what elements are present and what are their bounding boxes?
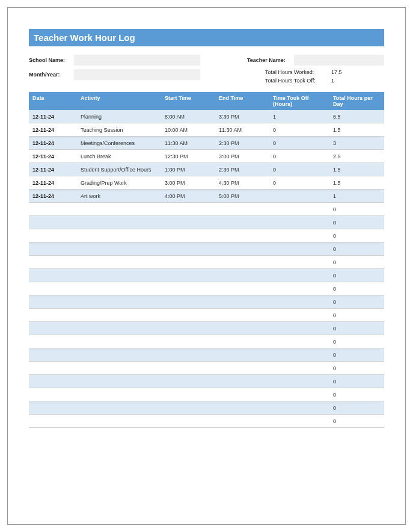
- cell-total-hours: 1.5: [329, 177, 384, 189]
- cell-start-time: 8:00 AM: [161, 111, 215, 123]
- cell-end-time: 4:30 PM: [215, 177, 269, 189]
- cell-start-time: 4:00 PM: [161, 190, 215, 202]
- total-hours-worked-label: Total Hours Worked:: [265, 69, 331, 75]
- col-activity: Activity: [77, 92, 161, 110]
- cell-date: [29, 299, 77, 305]
- cell-start-time: 10:00 AM: [161, 124, 215, 136]
- cell-total-hours: 0: [329, 283, 384, 295]
- table-row: 0: [29, 269, 384, 282]
- cell-time-took-off: [269, 193, 329, 199]
- cell-start-time: [161, 299, 215, 305]
- school-name-input[interactable]: [74, 55, 200, 66]
- cell-total-hours: 0: [329, 309, 384, 321]
- cell-total-hours: 2.5: [329, 150, 384, 162]
- cell-date: 12-11-24: [29, 150, 77, 162]
- teacher-name-input[interactable]: [294, 55, 384, 66]
- cell-activity: Grading/Prep Work: [77, 177, 161, 189]
- cell-end-time: 5:00 PM: [215, 190, 269, 202]
- teacher-name-row: Teacher Name:: [247, 55, 384, 66]
- total-hours-off-value: 1: [331, 78, 355, 84]
- cell-activity: Teaching Session: [77, 124, 161, 136]
- cell-time-took-off: 0: [269, 177, 329, 189]
- table-row: 0: [29, 256, 384, 269]
- cell-total-hours: 0: [329, 230, 384, 242]
- total-hours-off-label: Total Hours Took Off:: [265, 78, 331, 84]
- cell-activity: [77, 273, 161, 279]
- cell-end-time: [215, 352, 269, 358]
- cell-activity: [77, 352, 161, 358]
- cell-total-hours: 0: [329, 270, 384, 282]
- cell-end-time: [215, 286, 269, 292]
- table-row: 0: [29, 203, 384, 216]
- cell-date: [29, 365, 77, 371]
- cell-start-time: [161, 418, 215, 424]
- cell-date: [29, 405, 77, 411]
- cell-time-took-off: [269, 299, 329, 305]
- cell-end-time: [215, 233, 269, 239]
- col-time-took-off: Time Took Off (Hours): [269, 92, 329, 110]
- cell-activity: [77, 246, 161, 252]
- cell-total-hours: 0: [329, 376, 384, 388]
- total-hours-worked-value: 17.5: [331, 69, 355, 75]
- cell-activity: [77, 418, 161, 424]
- cell-time-took-off: [269, 273, 329, 279]
- cell-activity: [77, 299, 161, 305]
- cell-start-time: [161, 312, 215, 318]
- cell-date: [29, 286, 77, 292]
- table-row: 0: [29, 216, 384, 229]
- col-start-time: Start Time: [161, 92, 215, 110]
- form-area: School Name: Month/Year: Teacher Name: T…: [29, 55, 384, 86]
- cell-start-time: [161, 206, 215, 212]
- table-row: 0: [29, 243, 384, 256]
- month-year-input[interactable]: [74, 69, 200, 80]
- table-row: 12-11-24Grading/Prep Work3:00 PM4:30 PM0…: [29, 176, 384, 190]
- cell-end-time: [215, 339, 269, 345]
- cell-total-hours: 0: [329, 323, 384, 335]
- cell-start-time: 1:00 PM: [161, 164, 215, 176]
- cell-time-took-off: [269, 405, 329, 411]
- cell-start-time: [161, 339, 215, 345]
- cell-time-took-off: [269, 339, 329, 345]
- table-row: 0: [29, 401, 384, 415]
- cell-start-time: [161, 326, 215, 332]
- cell-start-time: 11:30 AM: [161, 137, 215, 149]
- cell-total-hours: 0: [329, 362, 384, 374]
- cell-start-time: [161, 379, 215, 385]
- cell-activity: [77, 326, 161, 332]
- page-title: Teacher Work Hour Log: [29, 29, 384, 46]
- table-row: 0: [29, 282, 384, 295]
- cell-date: [29, 379, 77, 385]
- cell-date: [29, 206, 77, 212]
- total-hours-off-row: Total Hours Took Off: 1: [265, 78, 384, 84]
- cell-time-took-off: [269, 259, 329, 265]
- cell-end-time: [215, 379, 269, 385]
- cell-time-took-off: [269, 365, 329, 371]
- table-row: 0: [29, 362, 384, 375]
- cell-start-time: 12:30 PM: [161, 150, 215, 162]
- cell-total-hours: 1.5: [329, 124, 384, 136]
- cell-total-hours: 0: [329, 389, 384, 401]
- cell-end-time: 3:00 PM: [215, 150, 269, 162]
- table-row: 0: [29, 322, 384, 335]
- cell-date: [29, 246, 77, 252]
- cell-end-time: [215, 392, 269, 398]
- teacher-name-label: Teacher Name:: [247, 57, 294, 63]
- cell-activity: [77, 392, 161, 398]
- log-table: Date Activity Start Time End Time Time T…: [29, 92, 384, 428]
- cell-end-time: [215, 418, 269, 424]
- cell-total-hours: 1: [329, 190, 384, 202]
- table-row: 0: [29, 348, 384, 362]
- cell-activity: [77, 365, 161, 371]
- form-left: School Name: Month/Year:: [29, 55, 200, 86]
- cell-date: [29, 339, 77, 345]
- cell-end-time: 11:30 AM: [215, 124, 269, 136]
- cell-total-hours: 0: [329, 296, 384, 308]
- cell-end-time: [215, 206, 269, 212]
- cell-time-took-off: [269, 286, 329, 292]
- cell-end-time: 3:30 PM: [215, 111, 269, 123]
- cell-activity: Student Support/Office Hours: [77, 164, 161, 176]
- cell-end-time: [215, 246, 269, 252]
- cell-end-time: [215, 259, 269, 265]
- table-row: 12-11-24Teaching Session10:00 AM11:30 AM…: [29, 123, 384, 137]
- table-row: 12-11-24Meetings/Conferences11:30 AM2:30…: [29, 137, 384, 150]
